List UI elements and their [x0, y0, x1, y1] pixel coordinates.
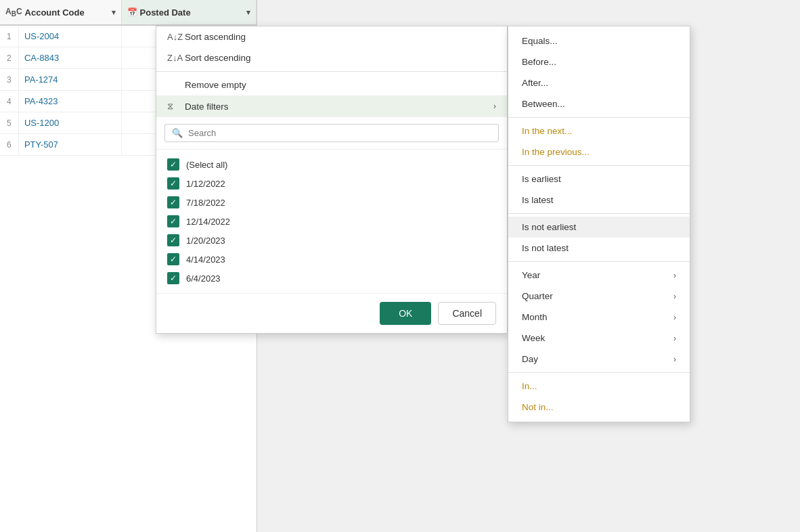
checkbox-checked-icon: ✓: [167, 253, 179, 265]
checkbox-checked-icon: ✓: [167, 158, 179, 171]
filter-icon: ⧖: [167, 101, 179, 112]
row-number: 6: [0, 134, 19, 155]
month-item[interactable]: Month ›: [508, 307, 690, 328]
checkbox-checked-icon: ✓: [167, 272, 179, 284]
equals-item[interactable]: Equals...: [508, 30, 690, 51]
after-item[interactable]: After...: [508, 72, 690, 93]
posted-date-column-header[interactable]: 📅 Posted Date ▾: [122, 0, 257, 24]
checkbox-checked-icon: ✓: [167, 196, 179, 208]
sort-descending-label: Sort descending: [185, 53, 251, 63]
in-the-previous-label: In the previous...: [522, 147, 590, 157]
is-earliest-label: Is earliest: [522, 174, 561, 184]
ok-button[interactable]: OK: [380, 302, 431, 325]
quarter-label: Quarter: [522, 291, 553, 301]
search-input[interactable]: [188, 128, 491, 138]
sort-asc-icon: A↓Z: [167, 32, 179, 42]
equals-label: Equals...: [522, 36, 558, 46]
date-filters-item[interactable]: ⧖ Date filters ›: [156, 95, 507, 117]
is-not-earliest-label: Is not earliest: [522, 222, 576, 232]
date-label-4: 1/20/2023: [186, 236, 225, 246]
search-container: 🔍: [156, 117, 507, 150]
submenu-divider-5: [508, 372, 690, 373]
remove-empty-item[interactable]: Remove empty: [156, 74, 507, 95]
main-dropdown-menu: A↓Z Sort ascending Z↓A Sort descending R…: [156, 26, 508, 334]
not-in-item[interactable]: Not in...: [508, 397, 690, 418]
button-row: OK Cancel: [156, 293, 507, 333]
checkbox-date-4[interactable]: ✓ 1/20/2023: [164, 231, 499, 250]
account-code-label: Account Code: [25, 7, 85, 18]
posted-date-label: Posted Date: [140, 7, 191, 18]
cancel-button[interactable]: Cancel: [438, 302, 496, 325]
checkbox-date-1[interactable]: ✓ 1/12/2022: [164, 174, 499, 193]
day-label: Day: [522, 354, 538, 364]
week-label: Week: [522, 333, 545, 343]
month-arrow-icon: ›: [673, 313, 676, 322]
date-label-2: 7/18/2022: [186, 198, 225, 208]
remove-empty-label: Remove empty: [185, 80, 246, 90]
abc-icon: ABC: [5, 7, 22, 18]
in-item[interactable]: In...: [508, 376, 690, 397]
day-item[interactable]: Day ›: [508, 349, 690, 370]
day-arrow-icon: ›: [673, 355, 676, 364]
row-number: 2: [0, 47, 19, 68]
sort-ascending-item[interactable]: A↓Z Sort ascending: [156, 26, 507, 47]
date-label-6: 6/4/2023: [186, 273, 221, 284]
is-not-earliest-item[interactable]: Is not earliest: [508, 217, 690, 238]
after-label: After...: [522, 78, 548, 88]
is-earliest-item[interactable]: Is earliest: [508, 169, 690, 190]
checkbox-date-3[interactable]: ✓ 12/14/2022: [164, 212, 499, 231]
calendar-icon: 📅: [127, 7, 137, 17]
year-arrow-icon: ›: [673, 271, 676, 280]
year-label: Year: [522, 270, 540, 280]
search-box: 🔍: [164, 124, 499, 142]
account-code-column-header[interactable]: ABC Account Code ▾: [0, 0, 122, 24]
between-label: Between...: [522, 99, 565, 109]
date-label-1: 1/12/2022: [186, 179, 225, 189]
search-icon: 🔍: [172, 128, 183, 138]
year-item[interactable]: Year ›: [508, 265, 690, 286]
checkbox-date-2[interactable]: ✓ 7/18/2022: [164, 193, 499, 212]
row-number: 1: [0, 26, 19, 47]
account-cell: US-1200: [19, 112, 122, 133]
table-header: ABC Account Code ▾ 📅 Posted Date ▾: [0, 0, 257, 26]
account-cell: US-2004: [19, 26, 122, 47]
date-filters-arrow-icon: ›: [493, 102, 496, 111]
in-the-previous-item[interactable]: In the previous...: [508, 141, 690, 162]
account-code-dropdown-icon[interactable]: ▾: [112, 8, 116, 17]
before-label: Before...: [522, 57, 556, 67]
checkbox-date-5[interactable]: ✓ 4/14/2023: [164, 250, 499, 269]
checkbox-checked-icon: ✓: [167, 234, 179, 246]
sort-desc-icon: Z↓A: [167, 53, 179, 63]
account-cell: PTY-507: [19, 134, 122, 155]
in-label: In...: [522, 381, 537, 391]
checkbox-select-all[interactable]: ✓ (Select all): [164, 155, 499, 174]
quarter-arrow-icon: ›: [673, 292, 676, 301]
row-number: 5: [0, 112, 19, 133]
row-number: 4: [0, 91, 19, 112]
row-number: 3: [0, 69, 19, 90]
checkbox-checked-icon: ✓: [167, 215, 179, 227]
in-the-next-item[interactable]: In the next...: [508, 120, 690, 141]
date-label-3: 12/14/2022: [186, 217, 230, 227]
week-item[interactable]: Week ›: [508, 328, 690, 349]
submenu-divider-4: [508, 261, 690, 262]
in-the-next-label: In the next...: [522, 126, 572, 136]
is-latest-item[interactable]: Is latest: [508, 190, 690, 210]
posted-date-dropdown-icon[interactable]: ▾: [246, 8, 250, 17]
is-not-latest-label: Is not latest: [522, 243, 569, 253]
account-cell: CA-8843: [19, 47, 122, 68]
before-item[interactable]: Before...: [508, 51, 690, 72]
checkbox-date-6[interactable]: ✓ 6/4/2023: [164, 269, 499, 288]
quarter-item[interactable]: Quarter ›: [508, 286, 690, 307]
checkbox-list: ✓ (Select all) ✓ 1/12/2022 ✓ 7/18/2022 ✓…: [156, 150, 507, 293]
select-all-label: (Select all): [186, 160, 227, 170]
sort-ascending-label: Sort ascending: [185, 32, 246, 42]
not-in-label: Not in...: [522, 402, 554, 412]
sort-descending-item[interactable]: Z↓A Sort descending: [156, 47, 507, 68]
week-arrow-icon: ›: [673, 334, 676, 343]
checkbox-checked-icon: ✓: [167, 177, 179, 190]
is-not-latest-item[interactable]: Is not latest: [508, 238, 690, 259]
between-item[interactable]: Between...: [508, 93, 690, 114]
account-cell: PA-1274: [19, 69, 122, 90]
date-filters-submenu: Equals... Before... After... Between... …: [508, 26, 690, 422]
